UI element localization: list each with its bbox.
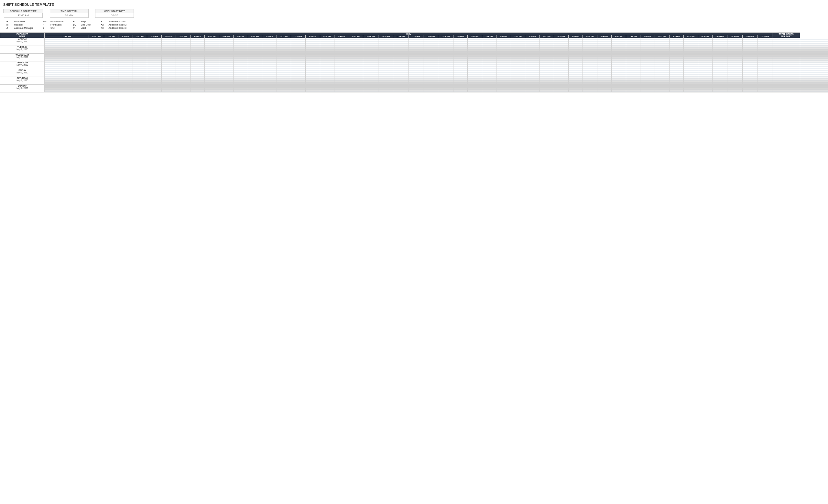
- time-cell[interactable]: [554, 91, 569, 92]
- time-cell[interactable]: [349, 91, 363, 92]
- legend-code: LC: [73, 24, 80, 26]
- time-cell[interactable]: [482, 91, 496, 92]
- legend-item: FFront Desk: [43, 24, 64, 26]
- time-cell[interactable]: [684, 91, 698, 92]
- week-start-label: WEEK START DATE: [95, 9, 134, 13]
- time-slot-header: 4:30 PM: [554, 35, 569, 38]
- time-cell[interactable]: [757, 91, 772, 92]
- time-cell[interactable]: [408, 91, 423, 92]
- time-slot-header: 11:30 PM: [757, 35, 772, 38]
- time-cell[interactable]: [511, 91, 525, 92]
- time-cell[interactable]: [334, 91, 349, 92]
- time-slot-header: 1:00 AM: [104, 35, 118, 38]
- time-slot-header: 3:00 PM: [511, 35, 525, 38]
- time-slot-header: 7:30 PM: [640, 35, 655, 38]
- time-cell[interactable]: [133, 91, 147, 92]
- time-cell[interactable]: [669, 91, 684, 92]
- time-cell[interactable]: [568, 91, 583, 92]
- week-start-value[interactable]: 5/1/20: [95, 13, 134, 18]
- time-cell[interactable]: [147, 91, 162, 92]
- time-cell[interactable]: [306, 91, 320, 92]
- time-slot-header: 6:30 PM: [612, 35, 626, 38]
- time-cell[interactable]: [291, 91, 306, 92]
- time-slot-header: 6:00 PM: [597, 35, 612, 38]
- day-label-wednesday: WEDNESDAYMay 3, 2020: [0, 54, 45, 61]
- time-cell[interactable]: [104, 91, 118, 92]
- total-hours-cell[interactable]: [800, 91, 828, 92]
- time-cell[interactable]: [728, 91, 742, 92]
- legend-code: V: [73, 27, 80, 29]
- time-cell[interactable]: [423, 91, 438, 92]
- legend-item: PPrep: [73, 20, 91, 22]
- time-interval-value[interactable]: 30 MIN: [50, 13, 89, 18]
- time-cell[interactable]: [772, 91, 800, 92]
- legend-code: M: [6, 24, 13, 26]
- day-label-tuesday: TUESDAYMay 2, 2020: [0, 46, 45, 54]
- time-cell[interactable]: [583, 91, 597, 92]
- legend-col-1: FFront DeskMManagerAAssistant Manager: [6, 20, 33, 29]
- time-slot-header: 4:00 PM: [539, 35, 554, 38]
- time-slot-header: 5:00 AM: [219, 35, 234, 38]
- time-cell[interactable]: [89, 91, 104, 92]
- time-cell[interactable]: [234, 91, 248, 92]
- time-slot-header: 12:00 PM: [423, 35, 438, 38]
- table-row: [0, 91, 828, 92]
- time-slot-header: 12:00 AM: [45, 35, 89, 38]
- time-cell[interactable]: [378, 91, 393, 92]
- legend-desc: Valet: [81, 27, 86, 29]
- time-slot-header: 4:00 AM: [190, 35, 205, 38]
- time-cell[interactable]: [597, 91, 612, 92]
- time-slot-header: 2:30 AM: [147, 35, 162, 38]
- time-cell[interactable]: [118, 91, 133, 92]
- time-slot-header: 7:30 AM: [291, 35, 306, 38]
- legend-desc: Additional Code 1: [109, 20, 126, 22]
- time-cell[interactable]: [496, 91, 511, 92]
- time-slot-header: 11:30 AM: [408, 35, 423, 38]
- time-slot-header: 5:30 AM: [234, 35, 248, 38]
- time-cell[interactable]: [453, 91, 468, 92]
- employee-name-cell[interactable]: [45, 91, 89, 92]
- time-cell[interactable]: [219, 91, 234, 92]
- schedule-start-value[interactable]: 12:00 AM: [4, 13, 43, 18]
- col-header-employee: EMPLOYEENAME: [0, 33, 45, 38]
- time-cell[interactable]: [320, 91, 334, 92]
- time-cell[interactable]: [248, 91, 262, 92]
- time-cell[interactable]: [393, 91, 408, 92]
- time-cell[interactable]: [176, 91, 191, 92]
- time-cell[interactable]: [262, 91, 277, 92]
- time-cell[interactable]: [277, 91, 291, 92]
- legend-col-2: MMMaintenanceFFront DeskCChef: [43, 20, 64, 29]
- legend-code: A: [6, 27, 13, 29]
- legend-item: AAssistant Manager: [6, 27, 33, 29]
- legend-item: CChef: [43, 27, 64, 29]
- time-cell[interactable]: [161, 91, 176, 92]
- time-slot-header: 9:00 PM: [684, 35, 698, 38]
- col-header-total: TOTAL HOURSPER SHIFT: [772, 33, 800, 38]
- time-slot-header: 3:30 AM: [176, 35, 191, 38]
- schedule-start-label: SCHEDULE START TIME: [3, 9, 43, 13]
- time-cell[interactable]: [712, 91, 728, 92]
- time-cell[interactable]: [655, 91, 669, 92]
- time-cell[interactable]: [742, 91, 757, 92]
- legend-item: FFront Desk: [6, 20, 33, 22]
- legend-desc: Additional Code 3: [109, 27, 126, 29]
- time-slot-header: 8:00 AM: [306, 35, 320, 38]
- time-cell[interactable]: [626, 91, 640, 92]
- time-cell[interactable]: [438, 91, 453, 92]
- time-cell[interactable]: [525, 91, 540, 92]
- legend-code: E1: [101, 20, 108, 22]
- time-cell[interactable]: [539, 91, 554, 92]
- legend-desc: Manager: [14, 24, 23, 26]
- time-cell[interactable]: [612, 91, 626, 92]
- legend-desc: Maintenance: [50, 20, 64, 22]
- time-cell[interactable]: [698, 91, 712, 92]
- time-cell[interactable]: [468, 91, 482, 92]
- time-slot-header: 2:30 PM: [496, 35, 511, 38]
- time-cell[interactable]: [190, 91, 205, 92]
- time-cell[interactable]: [205, 91, 219, 92]
- legend-desc: Additional Code 2: [109, 24, 126, 26]
- time-cell[interactable]: [363, 91, 378, 92]
- time-cell[interactable]: [640, 91, 655, 92]
- time-interval-box: TIME INTERVAL 30 MIN: [50, 9, 89, 18]
- header-section: SCHEDULE START TIME 12:00 AM TIME INTERV…: [0, 8, 828, 31]
